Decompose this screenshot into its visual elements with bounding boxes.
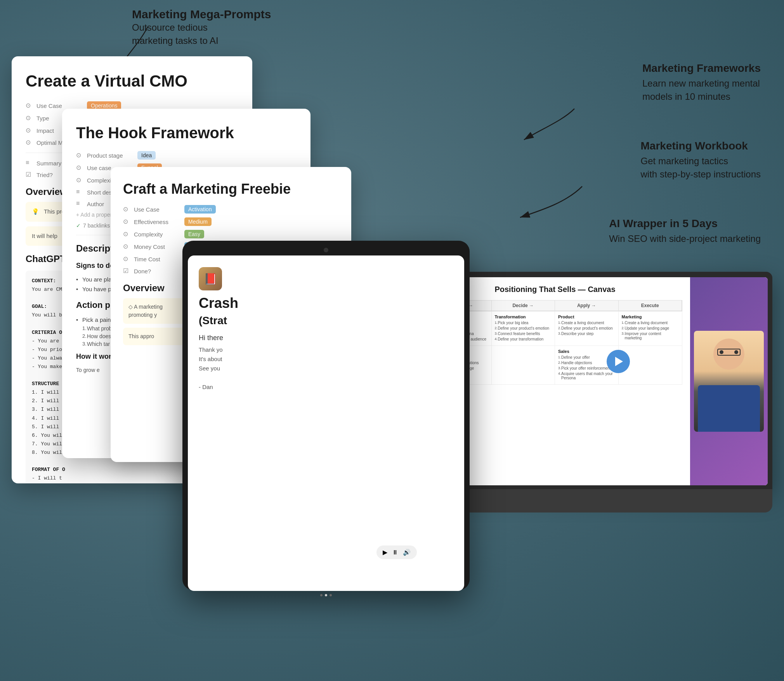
checkbox-icon: ☑ [26,171,33,179]
frameworks-desc: Learn new marketing mentalmodels in 10 m… [642,77,761,103]
dot-2 [325,594,327,596]
sl-item-4: Acquire users that match your Persona [558,372,615,380]
bulb-icon: 💡 [32,208,39,215]
tablet-camera [324,248,328,252]
tablet-screen: 📕 Crash(Strat Hi there Thank yo It's abo… [188,255,464,591]
laptop-screen: Positioning That Sells — Canvas Research… [420,277,768,485]
hook-prop-stage: ⊙ Product stage Idea [76,151,297,160]
lines-icon-2: ≡ [76,188,84,196]
circle-icon-8: ⊙ [123,205,131,213]
canvas-header-2: Decide → [492,301,555,311]
mk-item-3: Improve your content marketing [622,332,679,340]
speaker-head [713,339,744,370]
workbook-title: Marketing Workbook [641,140,761,152]
play-icon[interactable]: ▶ [383,549,387,556]
card-cmo-title: Create a Virtual CMO [26,72,238,90]
sales-title: Sales [558,349,615,354]
tablet-topbar [188,248,464,252]
tablet-email-content: Hi there Thank yo It's about See you - D… [199,334,453,392]
workbook-annotation: Marketing Workbook Get marketing tactics… [641,140,761,181]
tablet-icon-row: 📕 [199,267,453,290]
speaker-icon: 🔊 [403,549,411,556]
checkmark-icon: ✓ [76,222,81,229]
glasses [717,349,741,356]
tr-item-2: Define your product's emotion [495,326,552,330]
wrapper-title: AI Wrapper in 5 Days [609,217,761,230]
pr-item-2: Define your product's emotion [558,326,615,330]
sl-item-1: Define your offer [558,355,615,360]
wrapper-desc: Win SEO with side-project marketing [609,232,761,245]
pause-icon: ⏸ [392,549,398,556]
circle-icon: ⊙ [26,102,33,109]
wrapper-annotation: AI Wrapper in 5 Days Win SEO with side-p… [609,217,761,245]
pr-item-1: Create a living document [558,321,615,325]
play-button[interactable] [607,350,630,373]
checkbox-icon-2: ☑ [123,267,131,275]
speaker-shirt [698,385,760,432]
speaker-photo-section [690,277,768,485]
canvas-col-empty-1 [492,346,555,384]
circle-icon-11: ⊙ [123,243,131,250]
product-title: Product [558,314,615,319]
mk-item-1: Create a living document [622,321,679,325]
workbook-desc: Get marketing tacticswith step-by-step i… [641,155,761,181]
circle-icon-7: ⊙ [76,176,84,184]
tr-item-4: Define your transformation [495,337,552,341]
sl-item-3: Pick your offer reinforcements [558,366,615,370]
mk-item-2: Update your landing page [622,326,679,330]
frameworks-title: Marketing Frameworks [642,62,761,75]
circle-icon-5: ⊙ [76,151,84,159]
hi-there-text: Hi there [199,334,453,342]
canvas-col-3: Product Create a living document Define … [555,311,619,346]
frameworks-annotation: Marketing Frameworks Learn new marketing… [642,62,761,103]
canvas-col-4: Marketing Create a living document Updat… [619,311,682,346]
marketing-title: Marketing [622,314,679,319]
card-hook-title: The Hook Framework [76,124,297,142]
circle-icon-12: ⊙ [123,255,131,263]
circle-icon-6: ⊙ [76,164,84,172]
email-body: Thank yo It's about See you - Dan [199,345,453,392]
canvas-header-3: Apply → [555,301,619,311]
mega-prompts-title: Marketing Mega-Prompts [132,8,271,21]
lines-icon-3: ≡ [76,200,84,208]
tag-idea: Idea [137,151,156,160]
circle-icon-4: ⊙ [26,139,33,146]
dot-1 [320,594,323,596]
tablet-title: Crash(Strat [199,295,453,328]
tag-medium-2: Medium [184,217,212,226]
tr-item-3: Connect feature benefits [495,332,552,336]
pr-item-3: Describe your step [558,332,615,336]
transformation-title: Transformation [495,314,552,319]
card-freebie-title: Craft a Marketing Freebie [123,181,339,197]
crash-course-icon: 📕 [199,267,222,290]
audio-controls[interactable]: ▶ ⏸ 🔊 [376,545,417,559]
canvas-header-4: Execute [619,301,682,311]
tr-item-1: Pick your big idea [495,321,552,325]
freebie-prop-complexity: ⊙ Complexity Easy [123,230,339,238]
tag-easy: Easy [184,230,204,238]
canvas-col-2: Transformation Pick your big idea Define… [492,311,555,346]
freebie-prop-usecase: ⊙ Use Case Activation [123,205,339,214]
circle-icon-2: ⊙ [26,114,33,122]
speaker-avatar [694,331,764,432]
dot-3 [330,594,332,596]
circle-icon-3: ⊙ [26,127,33,134]
circle-icon-9: ⊙ [123,218,131,226]
lines-icon: ≡ [26,159,33,167]
circle-icon-10: ⊙ [123,230,131,238]
freebie-prop-effectiveness: ⊙ Effectiveness Medium [123,217,339,226]
arrow-frameworks [512,101,582,148]
canvas-col-sales: Sales Define your offer Handle objection… [555,346,619,384]
tablet-indicator-dots [188,594,464,596]
arrow-workbook [512,179,590,225]
tag-activation: Activation [184,205,216,214]
diamond-icon: ◇ [128,304,133,310]
tablet-device: 📕 Crash(Strat Hi there Thank yo It's abo… [182,241,470,590]
